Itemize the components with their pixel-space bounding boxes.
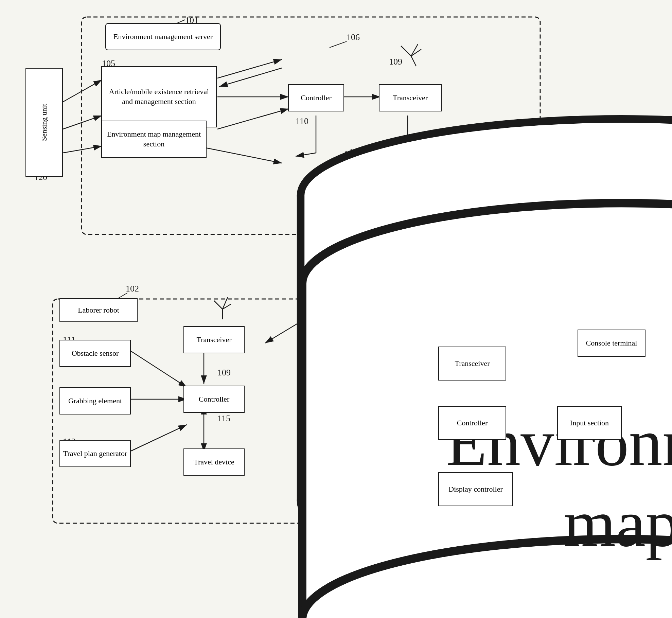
article-retrieval-label: Article/mobile existence retrieval and m… — [104, 87, 214, 106]
transceiver-console-label: Transceiver — [455, 359, 490, 369]
env-server-label: Environment management server — [113, 32, 213, 42]
travel-device-label: Travel device — [194, 457, 234, 467]
svg-line-15 — [219, 68, 282, 87]
svg-text:102: 102 — [126, 284, 139, 294]
display-section-box: Display section — [550, 472, 625, 506]
controller-console-box: Controller — [438, 406, 506, 440]
obstacle-sensor-label: Obstacle sensor — [72, 349, 119, 358]
svg-line-18 — [197, 146, 282, 163]
svg-text:115: 115 — [217, 413, 230, 423]
travel-plan-label: Travel plan generator — [63, 449, 127, 459]
diagram: 101 102 103 105 106 107 ~108 109 109 ~10… — [0, 0, 672, 618]
env-map-mgmt-label: Environment map management section — [104, 129, 204, 149]
obstacle-sensor-box: Obstacle sensor — [59, 340, 131, 367]
laborer-robot-label: Laborer robot — [78, 305, 119, 315]
env-server-box: Environment management server — [105, 23, 221, 50]
svg-text:109: 109 — [217, 368, 231, 377]
laborer-robot-box: Laborer robot — [59, 298, 138, 322]
display-controller-box: Display controller — [438, 472, 513, 506]
svg-line-17 — [217, 109, 289, 129]
grabbing-element-box: Grabbing element — [59, 387, 131, 414]
controller-top-box: Controller — [288, 84, 344, 111]
transceiver-robot-box: Transceiver — [183, 326, 245, 353]
travel-device-box: Travel device — [183, 448, 245, 476]
svg-line-14 — [217, 59, 282, 78]
display-controller-label: Display controller — [448, 484, 502, 494]
sensing-unit-box: Sensing unit — [25, 68, 63, 177]
input-section-label: Input section — [570, 418, 609, 428]
travel-plan-box: Travel plan generator — [59, 440, 131, 467]
sensing-unit-label: Sensing unit — [39, 104, 49, 141]
transceiver-console-box: Transceiver — [438, 347, 506, 381]
svg-line-42 — [214, 301, 223, 309]
console-terminal-box: Console terminal — [578, 330, 646, 357]
svg-line-30 — [129, 425, 187, 452]
transceiver-top-label: Transceiver — [393, 93, 428, 103]
article-retrieval-box: Article/mobile existence retrieval and m… — [101, 66, 217, 127]
svg-line-11 — [63, 80, 102, 102]
grabbing-element-label: Grabbing element — [68, 396, 122, 406]
controller-top-label: Controller — [301, 93, 331, 103]
controller-robot-label: Controller — [199, 394, 229, 404]
controller-console-label: Controller — [457, 418, 488, 428]
env-map-mgmt-box: Environment map management section — [101, 121, 207, 158]
env-map-box: Environment map — [285, 149, 353, 204]
transceiver-robot-label: Transceiver — [196, 335, 231, 345]
svg-line-28 — [129, 350, 187, 387]
input-section-box: Input section — [557, 406, 622, 440]
controller-robot-box: Controller — [183, 386, 245, 413]
svg-line-23 — [63, 146, 102, 153]
console-terminal-label: Console terminal — [586, 338, 637, 348]
transceiver-top-box: Transceiver — [379, 84, 442, 111]
svg-line-12 — [63, 116, 102, 129]
